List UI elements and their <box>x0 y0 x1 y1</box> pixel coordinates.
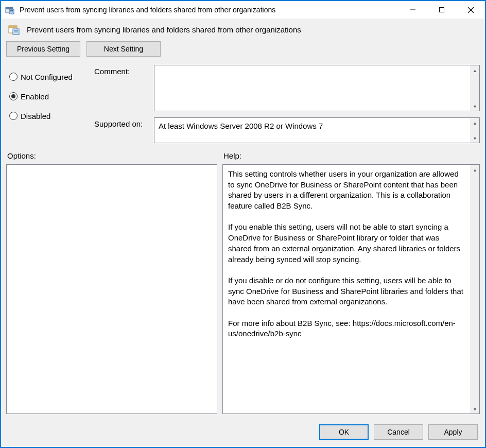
section-labels: Options: Help: <box>1 146 485 164</box>
title-bar: Prevent users from syncing libraries and… <box>1 1 485 19</box>
comment-box: ▴ ▾ <box>154 65 480 111</box>
options-section-label: Options: <box>6 151 217 161</box>
previous-setting-button[interactable]: Previous Setting <box>6 41 80 57</box>
cancel-button[interactable]: Cancel <box>374 424 423 440</box>
policy-title: Prevent users from syncing libraries and… <box>27 25 301 34</box>
comment-input[interactable] <box>154 65 470 111</box>
state-disabled[interactable]: Disabled <box>9 106 86 126</box>
scroll-down-icon[interactable]: ▾ <box>470 404 479 413</box>
supported-box: At least Windows Server 2008 R2 or Windo… <box>154 117 480 143</box>
comment-label: Comment: <box>94 65 150 76</box>
maximize-button[interactable] <box>427 1 456 19</box>
scroll-track[interactable] <box>470 127 479 133</box>
svg-rect-6 <box>440 8 444 12</box>
help-section-label: Help: <box>222 151 480 161</box>
scroll-up-icon[interactable]: ▴ <box>470 118 479 127</box>
radio-label: Not Configured <box>21 73 73 81</box>
help-text: This setting controls whether users in y… <box>223 165 470 413</box>
radio-label: Enabled <box>21 92 49 101</box>
scroll-up-icon[interactable]: ▴ <box>470 165 479 174</box>
state-not-configured[interactable]: Not Configured <box>9 67 86 87</box>
scroll-up-icon[interactable]: ▴ <box>470 65 479 75</box>
radio-icon <box>9 92 18 100</box>
supported-value: At least Windows Server 2008 R2 or Windo… <box>154 118 470 143</box>
policy-icon <box>8 24 20 35</box>
comment-row: Comment: ▴ ▾ <box>94 65 480 111</box>
window-title: Prevent users from syncing libraries and… <box>20 6 398 14</box>
ok-button[interactable]: OK <box>319 424 369 440</box>
supported-label: Supported on: <box>94 117 150 128</box>
scroll-down-icon[interactable]: ▾ <box>470 101 479 111</box>
radio-icon <box>9 112 18 120</box>
nav-buttons: Previous Setting Next Setting <box>1 38 485 65</box>
dialog-window: Prevent users from syncing libraries and… <box>0 0 486 448</box>
state-enabled[interactable]: Enabled <box>9 87 86 106</box>
radio-label: Disabled <box>21 112 50 120</box>
minimize-button[interactable] <box>398 1 427 19</box>
apply-button[interactable]: Apply <box>428 424 478 440</box>
window-controls <box>398 1 485 19</box>
client-area: Prevent users from syncing libraries and… <box>1 19 485 447</box>
fields-column: Comment: ▴ ▾ Supported on: At least Wind… <box>94 65 480 143</box>
scroll-track[interactable] <box>470 174 479 404</box>
policy-header: Prevent users from syncing libraries and… <box>1 19 485 38</box>
scroll-track[interactable] <box>470 75 479 101</box>
state-radio-group: Not Configured Enabled Disabled <box>6 65 86 143</box>
help-panel: This setting controls whether users in y… <box>222 164 480 414</box>
scrollbar: ▴ ▾ <box>470 65 479 111</box>
scroll-down-icon[interactable]: ▾ <box>470 133 479 143</box>
options-panel <box>6 164 217 414</box>
scrollbar: ▴ ▾ <box>470 165 479 413</box>
next-setting-button[interactable]: Next Setting <box>86 41 161 57</box>
radio-icon <box>9 73 18 81</box>
app-icon <box>5 6 14 15</box>
footer-buttons: OK Cancel Apply <box>1 420 485 447</box>
close-button[interactable] <box>456 1 485 19</box>
panels-row: This setting controls whether users in y… <box>1 164 485 420</box>
scrollbar: ▴ ▾ <box>470 118 479 143</box>
svg-rect-10 <box>9 26 17 28</box>
svg-rect-1 <box>6 7 13 9</box>
supported-row: Supported on: At least Windows Server 20… <box>94 117 480 143</box>
state-and-fields: Not Configured Enabled Disabled Comment: <box>1 65 485 146</box>
